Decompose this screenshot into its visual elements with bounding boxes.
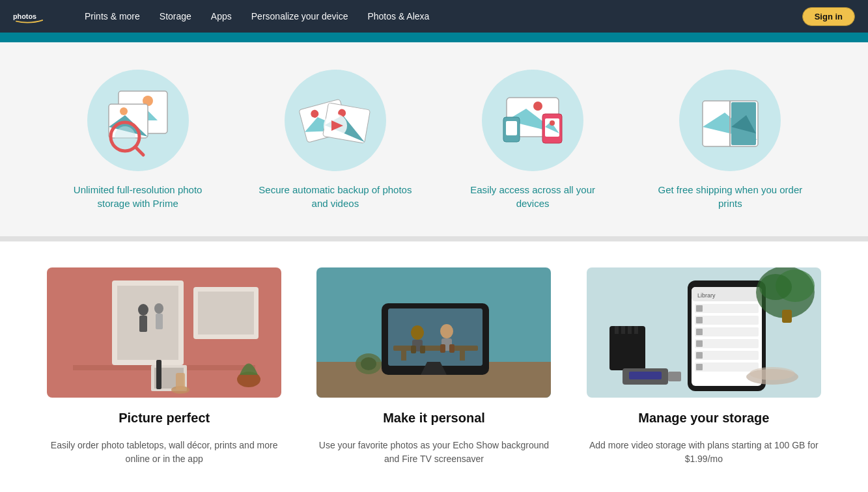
svg-rect-92 — [696, 329, 703, 335]
svg-rect-86 — [695, 327, 759, 336]
nav-apps[interactable]: Apps — [211, 11, 232, 21]
svg-text:photos: photos — [13, 12, 36, 20]
svg-rect-49 — [156, 360, 161, 389]
svg-rect-67 — [449, 344, 455, 353]
svg-rect-62 — [411, 346, 416, 353]
svg-rect-95 — [696, 364, 703, 370]
svg-rect-93 — [696, 340, 703, 347]
svg-point-41 — [154, 303, 163, 314]
promo-manage-storage-title: Manage your storage — [638, 411, 769, 426]
svg-point-60 — [411, 325, 424, 340]
feature-easy-access: Easily access across all your devices — [455, 68, 611, 210]
feature-secure-backup: Secure automatic backup of photos and vi… — [257, 68, 413, 210]
features-section: Unlimited full-resolution photo storage … — [0, 42, 868, 236]
nav-photos-alexa[interactable]: Photos & Alexa — [367, 11, 429, 21]
nav-personalize[interactable]: Personalize your device — [251, 11, 348, 21]
signin-button[interactable]: Sign in — [802, 7, 855, 26]
promo-picture-perfect-title: Picture perfect — [119, 411, 210, 426]
svg-rect-63 — [420, 346, 425, 353]
nav-storage[interactable]: Storage — [160, 11, 191, 21]
feature-free-shipping: Get free shipping when you order prints — [652, 68, 808, 210]
svg-rect-57 — [393, 346, 478, 351]
svg-point-39 — [138, 304, 148, 316]
feature-free-shipping-text: Get free shipping when you order prints — [652, 183, 808, 210]
nav-prints-more[interactable]: Prints & more — [85, 11, 140, 21]
svg-rect-51 — [176, 373, 185, 390]
promo-manage-storage: Library — [580, 267, 828, 466]
svg-rect-59 — [460, 351, 465, 361]
svg-rect-94 — [696, 352, 703, 359]
easy-access-icon — [481, 68, 585, 172]
promo-picture-perfect: Picture perfect Easily order photo table… — [40, 267, 288, 466]
navigation: photos Prints & more Storage Apps Person… — [0, 0, 868, 33]
svg-rect-84 — [695, 304, 759, 313]
svg-rect-29 — [506, 121, 517, 135]
svg-rect-74 — [621, 326, 625, 334]
promo-section: Picture perfect Easily order photo table… — [0, 241, 868, 492]
svg-rect-90 — [696, 305, 703, 312]
svg-point-7 — [120, 107, 128, 115]
svg-rect-58 — [401, 351, 406, 361]
feature-easy-access-text: Easily access across all your devices — [455, 183, 611, 210]
svg-rect-40 — [139, 316, 147, 332]
svg-rect-91 — [696, 317, 703, 323]
svg-point-64 — [440, 324, 453, 338]
svg-rect-88 — [695, 351, 759, 360]
promo-make-personal-desc: Use your favorite photos as your Echo Sh… — [310, 439, 557, 466]
feature-secure-backup-text: Secure automatic backup of photos and vi… — [257, 183, 413, 210]
svg-rect-78 — [668, 372, 681, 381]
feature-unlimited-storage: Unlimited full-resolution photo storage … — [60, 68, 216, 210]
svg-point-70 — [361, 357, 376, 370]
teal-strip — [0, 33, 868, 42]
svg-rect-79 — [629, 372, 662, 379]
svg-rect-87 — [695, 339, 759, 348]
promo-picture-perfect-desc: Easily order photo tabletops, wall décor… — [40, 439, 288, 466]
svg-text:Library: Library — [697, 292, 716, 299]
promo-manage-storage-desc: Add more video storage with plans starti… — [580, 439, 828, 466]
svg-point-98 — [759, 274, 792, 300]
svg-point-27 — [550, 120, 555, 126]
svg-rect-99 — [782, 310, 792, 323]
feature-unlimited-storage-text: Unlimited full-resolution photo storage … — [60, 183, 216, 210]
svg-rect-73 — [615, 326, 619, 334]
svg-rect-44 — [198, 292, 254, 335]
secure-backup-icon — [283, 68, 387, 172]
svg-rect-38 — [117, 286, 178, 360]
promo-make-personal: Make it personal Use your favorite photo… — [310, 267, 557, 466]
unlimited-storage-icon — [86, 68, 190, 172]
svg-rect-85 — [695, 316, 759, 325]
svg-point-23 — [533, 102, 542, 111]
promo-make-personal-title: Make it personal — [383, 411, 485, 426]
promo-picture-perfect-image — [47, 267, 281, 398]
svg-rect-75 — [628, 326, 632, 334]
svg-rect-89 — [695, 362, 759, 372]
svg-point-101 — [749, 367, 795, 380]
promo-manage-storage-image: Library — [587, 267, 821, 398]
promo-make-personal-image — [316, 267, 551, 398]
svg-rect-76 — [634, 326, 638, 334]
svg-rect-66 — [440, 344, 445, 353]
svg-rect-42 — [156, 314, 163, 329]
logo[interactable]: photos — [13, 7, 65, 26]
svg-point-9 — [115, 126, 135, 147]
nav-links: Prints & more Storage Apps Personalize y… — [85, 11, 783, 21]
section-divider — [0, 236, 868, 241]
free-shipping-icon — [678, 68, 782, 172]
